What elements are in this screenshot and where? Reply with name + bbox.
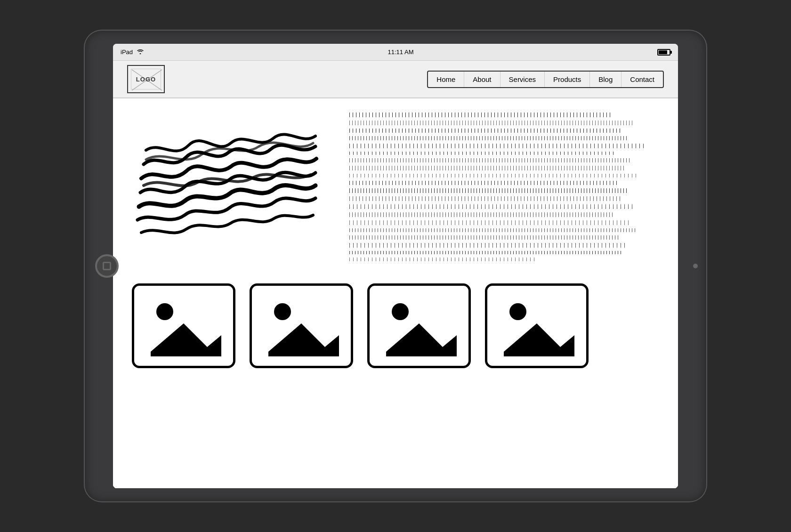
text-line [348, 258, 535, 261]
status-right [657, 49, 670, 56]
logo-box: LOGO [127, 65, 165, 93]
nav-item-contact[interactable]: Contact [622, 72, 663, 87]
battery-icon [657, 49, 670, 56]
nav-item-products[interactable]: Products [545, 72, 590, 87]
svg-marker-5 [268, 323, 339, 356]
text-line [348, 251, 622, 254]
logo-text: LOGO [136, 76, 156, 83]
nav-item-home[interactable]: Home [428, 72, 464, 87]
wifi-icon [137, 48, 144, 56]
svg-point-8 [509, 303, 526, 320]
status-bar: iPad 11:11 AM [113, 44, 678, 61]
text-line [348, 188, 628, 193]
image-placeholder-2 [250, 283, 353, 368]
text-lines [348, 113, 659, 261]
text-line [348, 235, 619, 240]
text-line [348, 204, 634, 209]
text-area [348, 113, 659, 265]
text-line [348, 228, 638, 232]
nav-item-services[interactable]: Services [500, 72, 545, 87]
content-row [132, 113, 659, 265]
hero-scribble [132, 113, 330, 265]
nav-header: LOGO Home About Services Products Blog C… [113, 61, 678, 98]
text-line [348, 158, 631, 162]
device-name: iPad [121, 48, 133, 56]
svg-point-2 [156, 303, 173, 320]
text-line [348, 181, 619, 185]
nav-item-about[interactable]: About [464, 72, 500, 87]
svg-marker-7 [386, 323, 457, 356]
text-line [348, 113, 613, 117]
text-line [348, 196, 622, 201]
text-line [348, 166, 625, 170]
nav-item-blog[interactable]: Blog [590, 72, 622, 87]
tablet-frame: iPad 11:11 AM [85, 31, 706, 501]
image-placeholder-1 [132, 283, 235, 368]
main-content [113, 98, 678, 488]
svg-point-6 [392, 303, 409, 320]
text-line [348, 121, 634, 125]
status-left: iPad [121, 48, 144, 56]
text-line [348, 220, 631, 225]
home-button[interactable] [95, 254, 119, 278]
nav-menu: Home About Services Products Blog Contac… [427, 71, 664, 88]
text-line [348, 174, 638, 177]
text-line [348, 136, 628, 140]
home-button-inner [103, 262, 111, 270]
svg-point-4 [274, 303, 291, 320]
image-placeholder-4 [485, 283, 589, 368]
side-dot [693, 264, 698, 268]
battery-fill [659, 50, 667, 54]
image-grid [132, 283, 659, 378]
text-line [348, 152, 616, 155]
tablet-screen: iPad 11:11 AM [113, 44, 678, 488]
svg-marker-9 [504, 323, 574, 356]
image-placeholder-3 [367, 283, 471, 368]
text-line [348, 129, 622, 133]
svg-marker-3 [151, 323, 221, 356]
status-time: 11:11 AM [388, 48, 414, 56]
website: LOGO Home About Services Products Blog C… [113, 61, 678, 488]
text-line [348, 212, 613, 217]
text-line [348, 144, 644, 148]
text-line [348, 243, 628, 248]
